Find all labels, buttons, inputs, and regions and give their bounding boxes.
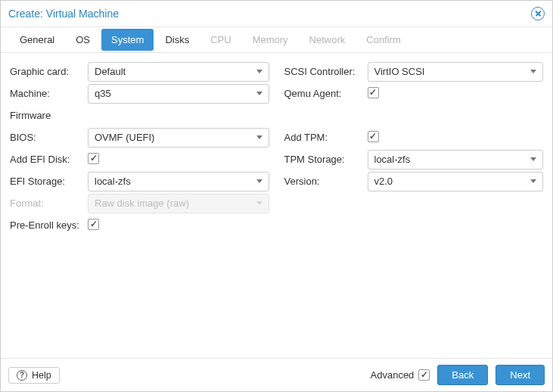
chevron-down-icon — [256, 92, 263, 95]
scsi-controller-value: VirtIO SCSI — [374, 66, 531, 77]
qemu-agent-label: Qemu Agent: — [284, 88, 368, 99]
bios-label: BIOS: — [10, 132, 88, 143]
bios-select[interactable]: OVMF (UEFI) — [88, 128, 269, 148]
next-button[interactable]: Next — [496, 365, 545, 385]
add-tpm-label: Add TPM: — [284, 132, 368, 143]
efi-storage-label: EFI Storage: — [10, 176, 88, 187]
qemu-agent-checkbox[interactable] — [368, 87, 379, 98]
close-icon[interactable] — [531, 7, 545, 20]
tab-bar: General OS System Disks CPU Memory Netwo… — [1, 27, 552, 53]
tpm-storage-label: TPM Storage: — [284, 154, 368, 165]
window-title: Create: Virtual Machine — [8, 8, 531, 20]
graphic-card-label: Graphic card: — [10, 66, 88, 77]
add-efi-disk-checkbox[interactable] — [88, 153, 99, 164]
create-vm-window: Create: Virtual Machine General OS Syste… — [0, 0, 553, 392]
chevron-down-icon — [256, 70, 263, 73]
format-placeholder: Raw disk image (raw) — [95, 198, 256, 209]
efi-storage-value: local-zfs — [95, 176, 256, 187]
version-select[interactable]: v2.0 — [368, 172, 544, 191]
tpm-storage-select[interactable]: local-zfs — [368, 150, 544, 170]
pre-enroll-label: Pre-Enroll keys: — [10, 219, 88, 231]
tab-general[interactable]: General — [10, 29, 64, 51]
graphic-card-select[interactable]: Default — [88, 62, 269, 82]
format-select: Raw disk image (raw) — [88, 194, 269, 213]
help-button[interactable]: ? Help — [8, 367, 60, 384]
format-label: Format: — [10, 198, 88, 209]
machine-label: Machine: — [10, 88, 88, 99]
pre-enroll-checkbox[interactable] — [88, 219, 99, 230]
tab-disks[interactable]: Disks — [155, 29, 199, 51]
left-column: Graphic card: Default Machine: q35 — [10, 61, 269, 350]
tab-confirm: Confirm — [356, 29, 411, 51]
tab-system[interactable]: System — [101, 29, 154, 51]
graphic-card-value: Default — [95, 66, 256, 77]
machine-value: q35 — [95, 88, 256, 99]
right-column: SCSI Controller: VirtIO SCSI Qemu Agent:… — [284, 61, 544, 350]
scsi-controller-select[interactable]: VirtIO SCSI — [368, 62, 544, 82]
help-icon: ? — [17, 370, 27, 381]
tab-cpu: CPU — [200, 29, 241, 51]
tpm-storage-value: local-zfs — [374, 154, 531, 165]
machine-select[interactable]: q35 — [88, 84, 269, 104]
scsi-controller-label: SCSI Controller: — [284, 66, 368, 77]
bios-value: OVMF (UEFI) — [95, 132, 256, 143]
chevron-down-icon — [530, 70, 536, 73]
version-value: v2.0 — [374, 176, 531, 187]
add-efi-disk-label: Add EFI Disk: — [10, 154, 88, 165]
tab-os[interactable]: OS — [66, 29, 100, 51]
form-content: Graphic card: Default Machine: q35 — [1, 53, 552, 358]
firmware-section-label: Firmware — [10, 110, 88, 121]
chevron-down-icon — [256, 135, 263, 139]
version-label: Version: — [284, 176, 368, 187]
add-tpm-checkbox[interactable] — [368, 131, 379, 142]
chevron-down-icon — [256, 179, 263, 183]
tab-network: Network — [300, 29, 356, 51]
back-button[interactable]: Back — [437, 365, 488, 385]
chevron-down-icon — [256, 201, 263, 205]
titlebar: Create: Virtual Machine — [1, 1, 552, 27]
help-label: Help — [32, 370, 51, 381]
footer: ? Help Advanced Back Next — [1, 358, 552, 391]
chevron-down-icon — [530, 179, 536, 183]
tab-memory: Memory — [243, 29, 298, 51]
efi-storage-select[interactable]: local-zfs — [88, 172, 269, 191]
advanced-label: Advanced — [371, 369, 415, 381]
chevron-down-icon — [530, 157, 536, 161]
advanced-checkbox[interactable] — [418, 369, 430, 381]
